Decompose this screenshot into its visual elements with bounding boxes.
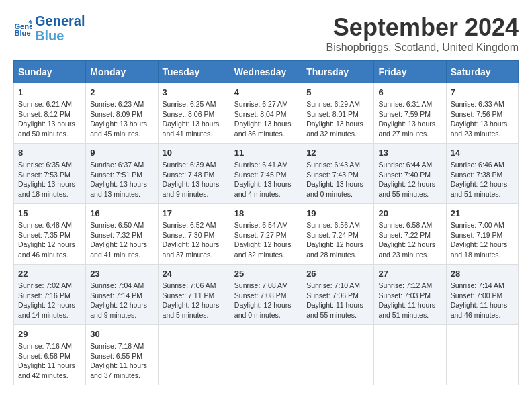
calendar-cell: 3 Sunrise: 6:25 AM Sunset: 8:06 PM Dayli… xyxy=(158,83,230,144)
day-number: 27 xyxy=(378,269,441,279)
calendar-cell: 11 Sunrise: 6:41 AM Sunset: 7:45 PM Dayl… xyxy=(230,144,302,204)
calendar-cell: 12 Sunrise: 6:43 AM Sunset: 7:43 PM Dayl… xyxy=(302,144,374,204)
day-number: 24 xyxy=(163,269,226,279)
day-number: 25 xyxy=(234,269,298,279)
day-info: Sunrise: 6:31 AM Sunset: 7:59 PM Dayligh… xyxy=(378,99,441,139)
svg-text:Blue: Blue xyxy=(14,29,30,37)
calendar-cell: 5 Sunrise: 6:29 AM Sunset: 8:01 PM Dayli… xyxy=(302,83,374,144)
day-number: 16 xyxy=(90,208,153,218)
calendar-cell: 7 Sunrise: 6:33 AM Sunset: 7:56 PM Dayli… xyxy=(446,83,518,144)
calendar-cell: 29 Sunrise: 7:16 AM Sunset: 6:58 PM Dayl… xyxy=(14,325,86,385)
day-info: Sunrise: 6:43 AM Sunset: 7:43 PM Dayligh… xyxy=(306,160,369,199)
page-header: General Blue General Blue September 2024… xyxy=(13,13,519,54)
logo-icon: General Blue xyxy=(13,19,32,38)
calendar-cell: 27 Sunrise: 7:12 AM Sunset: 7:03 PM Dayl… xyxy=(374,265,446,325)
day-number: 20 xyxy=(378,208,441,218)
calendar-cell: 16 Sunrise: 6:50 AM Sunset: 7:32 PM Dayl… xyxy=(86,204,158,265)
calendar-week-row: 22 Sunrise: 7:02 AM Sunset: 7:16 PM Dayl… xyxy=(14,265,519,325)
calendar-cell: 22 Sunrise: 7:02 AM Sunset: 7:16 PM Dayl… xyxy=(14,265,86,325)
calendar-cell: 4 Sunrise: 6:27 AM Sunset: 8:04 PM Dayli… xyxy=(230,83,302,144)
calendar-cell xyxy=(302,325,374,385)
day-number: 29 xyxy=(18,329,81,339)
day-info: Sunrise: 6:29 AM Sunset: 8:01 PM Dayligh… xyxy=(306,99,369,139)
day-number: 4 xyxy=(234,87,298,97)
logo-line1: General xyxy=(35,13,85,28)
calendar-cell: 30 Sunrise: 7:18 AM Sunset: 6:55 PM Dayl… xyxy=(86,325,158,385)
calendar-week-row: 8 Sunrise: 6:35 AM Sunset: 7:53 PM Dayli… xyxy=(14,144,519,204)
calendar-cell: 6 Sunrise: 6:31 AM Sunset: 7:59 PM Dayli… xyxy=(374,83,446,144)
weekday-header-wednesday: Wednesday xyxy=(230,61,302,83)
day-number: 10 xyxy=(163,148,226,158)
weekday-header-sunday: Sunday xyxy=(14,61,86,83)
day-number: 19 xyxy=(306,208,369,218)
day-info: Sunrise: 6:52 AM Sunset: 7:30 PM Dayligh… xyxy=(163,220,226,260)
calendar-week-row: 15 Sunrise: 6:48 AM Sunset: 7:35 PM Dayl… xyxy=(14,204,519,265)
calendar-cell: 19 Sunrise: 6:56 AM Sunset: 7:24 PM Dayl… xyxy=(302,204,374,265)
day-number: 2 xyxy=(90,87,153,97)
calendar-cell: 20 Sunrise: 6:58 AM Sunset: 7:22 PM Dayl… xyxy=(374,204,446,265)
day-number: 6 xyxy=(378,87,441,97)
day-info: Sunrise: 6:33 AM Sunset: 7:56 PM Dayligh… xyxy=(451,99,514,139)
calendar-cell: 1 Sunrise: 6:21 AM Sunset: 8:12 PM Dayli… xyxy=(14,83,86,144)
day-info: Sunrise: 7:00 AM Sunset: 7:19 PM Dayligh… xyxy=(451,220,514,260)
day-info: Sunrise: 7:04 AM Sunset: 7:14 PM Dayligh… xyxy=(90,281,153,320)
day-number: 26 xyxy=(306,269,369,279)
day-info: Sunrise: 7:08 AM Sunset: 7:08 PM Dayligh… xyxy=(234,281,298,320)
calendar-cell: 8 Sunrise: 6:35 AM Sunset: 7:53 PM Dayli… xyxy=(14,144,86,204)
calendar-cell: 21 Sunrise: 7:00 AM Sunset: 7:19 PM Dayl… xyxy=(446,204,518,265)
calendar-week-row: 29 Sunrise: 7:16 AM Sunset: 6:58 PM Dayl… xyxy=(14,325,519,385)
day-number: 7 xyxy=(451,87,514,97)
day-info: Sunrise: 7:14 AM Sunset: 7:00 PM Dayligh… xyxy=(451,281,514,320)
calendar-cell: 28 Sunrise: 7:14 AM Sunset: 7:00 PM Dayl… xyxy=(446,265,518,325)
day-number: 12 xyxy=(306,148,369,158)
calendar-cell: 26 Sunrise: 7:10 AM Sunset: 7:06 PM Dayl… xyxy=(302,265,374,325)
calendar-cell: 14 Sunrise: 6:46 AM Sunset: 7:38 PM Dayl… xyxy=(446,144,518,204)
calendar-cell xyxy=(230,325,302,385)
weekday-header-thursday: Thursday xyxy=(302,61,374,83)
day-number: 15 xyxy=(18,208,81,218)
calendar-week-row: 1 Sunrise: 6:21 AM Sunset: 8:12 PM Dayli… xyxy=(14,83,519,144)
day-number: 9 xyxy=(90,148,153,158)
month-title: September 2024 xyxy=(326,13,519,42)
day-info: Sunrise: 6:37 AM Sunset: 7:51 PM Dayligh… xyxy=(90,160,153,199)
weekday-header-monday: Monday xyxy=(86,61,158,83)
day-number: 14 xyxy=(451,148,514,158)
day-number: 23 xyxy=(90,269,153,279)
weekday-header-saturday: Saturday xyxy=(446,61,518,83)
calendar-cell: 9 Sunrise: 6:37 AM Sunset: 7:51 PM Dayli… xyxy=(86,144,158,204)
day-info: Sunrise: 6:44 AM Sunset: 7:40 PM Dayligh… xyxy=(378,160,441,199)
day-info: Sunrise: 6:48 AM Sunset: 7:35 PM Dayligh… xyxy=(18,220,81,260)
calendar-cell: 24 Sunrise: 7:06 AM Sunset: 7:11 PM Dayl… xyxy=(158,265,230,325)
calendar-cell: 25 Sunrise: 7:08 AM Sunset: 7:08 PM Dayl… xyxy=(230,265,302,325)
day-info: Sunrise: 7:06 AM Sunset: 7:11 PM Dayligh… xyxy=(163,281,226,320)
logo: General Blue General Blue xyxy=(13,13,85,43)
calendar-cell: 23 Sunrise: 7:04 AM Sunset: 7:14 PM Dayl… xyxy=(86,265,158,325)
day-info: Sunrise: 7:16 AM Sunset: 6:58 PM Dayligh… xyxy=(18,341,81,381)
calendar-cell xyxy=(446,325,518,385)
day-number: 21 xyxy=(451,208,514,218)
weekday-header-row: SundayMondayTuesdayWednesdayThursdayFrid… xyxy=(14,61,519,83)
day-info: Sunrise: 6:50 AM Sunset: 7:32 PM Dayligh… xyxy=(90,220,153,260)
day-number: 13 xyxy=(378,148,441,158)
calendar-cell: 13 Sunrise: 6:44 AM Sunset: 7:40 PM Dayl… xyxy=(374,144,446,204)
day-number: 30 xyxy=(90,329,153,339)
title-section: September 2024 Bishopbriggs, Scotland, U… xyxy=(326,13,519,54)
day-number: 28 xyxy=(451,269,514,279)
day-number: 17 xyxy=(163,208,226,218)
day-info: Sunrise: 6:25 AM Sunset: 8:06 PM Dayligh… xyxy=(163,99,226,139)
day-info: Sunrise: 6:41 AM Sunset: 7:45 PM Dayligh… xyxy=(234,160,298,199)
day-info: Sunrise: 7:02 AM Sunset: 7:16 PM Dayligh… xyxy=(18,281,81,320)
calendar-table: SundayMondayTuesdayWednesdayThursdayFrid… xyxy=(13,60,519,385)
calendar-cell: 2 Sunrise: 6:23 AM Sunset: 8:09 PM Dayli… xyxy=(86,83,158,144)
day-info: Sunrise: 6:39 AM Sunset: 7:48 PM Dayligh… xyxy=(163,160,226,199)
day-info: Sunrise: 6:23 AM Sunset: 8:09 PM Dayligh… xyxy=(90,99,153,139)
logo-text: General Blue xyxy=(35,13,85,43)
weekday-header-tuesday: Tuesday xyxy=(158,61,230,83)
calendar-cell xyxy=(374,325,446,385)
day-number: 8 xyxy=(18,148,81,158)
calendar-cell: 15 Sunrise: 6:48 AM Sunset: 7:35 PM Dayl… xyxy=(14,204,86,265)
day-number: 11 xyxy=(234,148,298,158)
day-info: Sunrise: 6:21 AM Sunset: 8:12 PM Dayligh… xyxy=(18,99,81,139)
day-info: Sunrise: 6:54 AM Sunset: 7:27 PM Dayligh… xyxy=(234,220,298,260)
calendar-cell: 18 Sunrise: 6:54 AM Sunset: 7:27 PM Dayl… xyxy=(230,204,302,265)
